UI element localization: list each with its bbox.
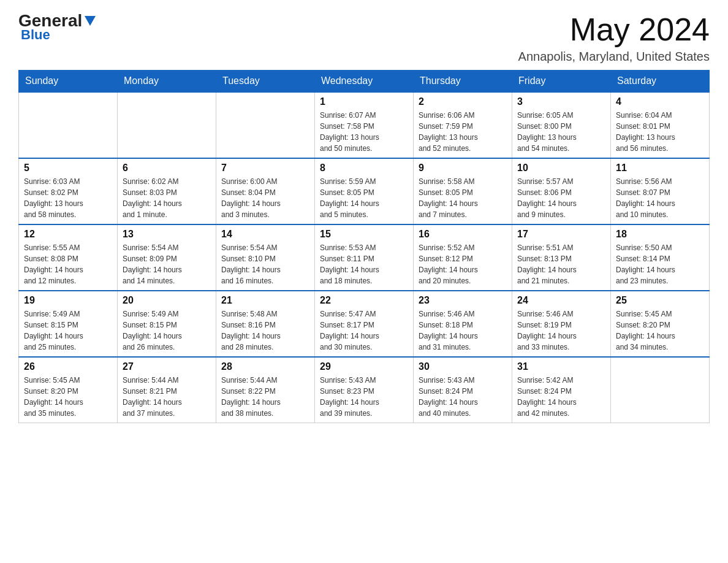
cell-week5-day5: 31Sunrise: 5:42 AM Sunset: 8:24 PM Dayli… (512, 357, 611, 423)
cell-week3-day1: 13Sunrise: 5:54 AM Sunset: 8:09 PM Dayli… (118, 224, 216, 291)
day-number: 2 (419, 96, 507, 107)
cell-week2-day2: 7Sunrise: 6:00 AM Sunset: 8:04 PM Daylig… (216, 158, 315, 224)
day-number: 8 (320, 163, 408, 174)
cell-week1-day3: 1Sunrise: 6:07 AM Sunset: 7:58 PM Daylig… (315, 92, 414, 158)
day-info: Sunrise: 6:00 AM Sunset: 8:04 PM Dayligh… (221, 176, 309, 220)
col-saturday: Saturday (611, 71, 710, 93)
cell-week1-day5: 3Sunrise: 6:05 AM Sunset: 8:00 PM Daylig… (512, 92, 611, 158)
day-number: 15 (320, 229, 408, 240)
day-info: Sunrise: 5:44 AM Sunset: 8:22 PM Dayligh… (221, 375, 309, 419)
cell-week2-day4: 9Sunrise: 5:58 AM Sunset: 8:05 PM Daylig… (414, 158, 512, 224)
week-row-3: 12Sunrise: 5:55 AM Sunset: 8:08 PM Dayli… (19, 224, 710, 291)
location-subtitle: Annapolis, Maryland, United States (518, 50, 710, 64)
day-number: 3 (517, 96, 605, 107)
cell-week5-day2: 28Sunrise: 5:44 AM Sunset: 8:22 PM Dayli… (216, 357, 315, 423)
day-number: 28 (221, 361, 309, 372)
day-number: 25 (616, 295, 704, 306)
day-number: 6 (123, 163, 211, 174)
day-info: Sunrise: 6:02 AM Sunset: 8:03 PM Dayligh… (123, 176, 211, 220)
logo-blue: Blue (21, 27, 50, 43)
day-number: 1 (320, 96, 408, 107)
day-info: Sunrise: 5:58 AM Sunset: 8:05 PM Dayligh… (419, 176, 507, 220)
cell-week2-day3: 8Sunrise: 5:59 AM Sunset: 8:05 PM Daylig… (315, 158, 414, 224)
day-info: Sunrise: 5:50 AM Sunset: 8:14 PM Dayligh… (616, 242, 704, 286)
day-info: Sunrise: 5:48 AM Sunset: 8:16 PM Dayligh… (221, 308, 309, 353)
cell-week1-day4: 2Sunrise: 6:06 AM Sunset: 7:59 PM Daylig… (414, 92, 512, 158)
cell-week4-day2: 21Sunrise: 5:48 AM Sunset: 8:16 PM Dayli… (216, 291, 315, 357)
cell-week3-day0: 12Sunrise: 5:55 AM Sunset: 8:08 PM Dayli… (19, 224, 118, 291)
day-info: Sunrise: 5:54 AM Sunset: 8:09 PM Dayligh… (123, 242, 211, 286)
cell-week5-day0: 26Sunrise: 5:45 AM Sunset: 8:20 PM Dayli… (19, 357, 118, 423)
day-info: Sunrise: 5:53 AM Sunset: 8:11 PM Dayligh… (320, 242, 408, 286)
day-number: 5 (24, 163, 112, 174)
day-info: Sunrise: 5:42 AM Sunset: 8:24 PM Dayligh… (517, 375, 605, 419)
cell-week5-day1: 27Sunrise: 5:44 AM Sunset: 8:21 PM Dayli… (118, 357, 216, 423)
calendar-table: Sunday Monday Tuesday Wednesday Thursday… (18, 70, 710, 423)
day-number: 10 (517, 163, 605, 174)
cell-week1-day2 (216, 92, 315, 158)
day-number: 19 (24, 295, 112, 306)
day-info: Sunrise: 6:04 AM Sunset: 8:01 PM Dayligh… (616, 110, 704, 154)
cell-week4-day4: 23Sunrise: 5:46 AM Sunset: 8:18 PM Dayli… (414, 291, 512, 357)
day-number: 14 (221, 229, 309, 240)
week-row-1: 1Sunrise: 6:07 AM Sunset: 7:58 PM Daylig… (19, 92, 710, 158)
day-info: Sunrise: 5:47 AM Sunset: 8:17 PM Dayligh… (320, 308, 408, 353)
day-info: Sunrise: 5:56 AM Sunset: 8:07 PM Dayligh… (616, 176, 704, 220)
day-number: 4 (616, 96, 704, 107)
week-row-2: 5Sunrise: 6:03 AM Sunset: 8:02 PM Daylig… (19, 158, 710, 224)
day-number: 13 (123, 229, 211, 240)
cell-week1-day6: 4Sunrise: 6:04 AM Sunset: 8:01 PM Daylig… (611, 92, 710, 158)
day-number: 30 (419, 361, 507, 372)
day-info: Sunrise: 5:44 AM Sunset: 8:21 PM Dayligh… (123, 375, 211, 419)
day-number: 18 (616, 229, 704, 240)
day-info: Sunrise: 6:05 AM Sunset: 8:00 PM Dayligh… (517, 110, 605, 154)
cell-week5-day6 (611, 357, 710, 423)
cell-week5-day4: 30Sunrise: 5:43 AM Sunset: 8:24 PM Dayli… (414, 357, 512, 423)
day-info: Sunrise: 5:46 AM Sunset: 8:19 PM Dayligh… (517, 308, 605, 353)
cell-week4-day6: 25Sunrise: 5:45 AM Sunset: 8:20 PM Dayli… (611, 291, 710, 357)
day-number: 7 (221, 163, 309, 174)
week-row-4: 19Sunrise: 5:49 AM Sunset: 8:15 PM Dayli… (19, 291, 710, 357)
day-info: Sunrise: 5:45 AM Sunset: 8:20 PM Dayligh… (616, 308, 704, 353)
day-number: 26 (24, 361, 112, 372)
day-number: 22 (320, 295, 408, 306)
logo-arrow-icon (83, 13, 97, 27)
cell-week1-day0 (19, 92, 118, 158)
day-info: Sunrise: 6:07 AM Sunset: 7:58 PM Dayligh… (320, 110, 408, 154)
day-info: Sunrise: 5:59 AM Sunset: 8:05 PM Dayligh… (320, 176, 408, 220)
page-header: General Blue May 2024 Annapolis, Marylan… (18, 12, 710, 64)
cell-week2-day6: 11Sunrise: 5:56 AM Sunset: 8:07 PM Dayli… (611, 158, 710, 224)
day-number: 12 (24, 229, 112, 240)
logo-area: General Blue (18, 12, 97, 43)
day-info: Sunrise: 5:55 AM Sunset: 8:08 PM Dayligh… (24, 242, 112, 286)
col-wednesday: Wednesday (315, 71, 414, 93)
day-number: 23 (419, 295, 507, 306)
day-info: Sunrise: 6:06 AM Sunset: 7:59 PM Dayligh… (419, 110, 507, 154)
day-number: 31 (517, 361, 605, 372)
day-info: Sunrise: 5:49 AM Sunset: 8:15 PM Dayligh… (24, 308, 112, 353)
day-info: Sunrise: 5:52 AM Sunset: 8:12 PM Dayligh… (419, 242, 507, 286)
cell-week1-day1 (118, 92, 216, 158)
day-number: 20 (123, 295, 211, 306)
cell-week3-day2: 14Sunrise: 5:54 AM Sunset: 8:10 PM Dayli… (216, 224, 315, 291)
cell-week3-day3: 15Sunrise: 5:53 AM Sunset: 8:11 PM Dayli… (315, 224, 414, 291)
day-number: 21 (221, 295, 309, 306)
cell-week2-day5: 10Sunrise: 5:57 AM Sunset: 8:06 PM Dayli… (512, 158, 611, 224)
cell-week3-day6: 18Sunrise: 5:50 AM Sunset: 8:14 PM Dayli… (611, 224, 710, 291)
col-sunday: Sunday (19, 71, 118, 93)
day-number: 11 (616, 163, 704, 174)
cell-week4-day1: 20Sunrise: 5:49 AM Sunset: 8:15 PM Dayli… (118, 291, 216, 357)
cell-week5-day3: 29Sunrise: 5:43 AM Sunset: 8:23 PM Dayli… (315, 357, 414, 423)
day-number: 9 (419, 163, 507, 174)
day-info: Sunrise: 6:03 AM Sunset: 8:02 PM Dayligh… (24, 176, 112, 220)
month-year-title: May 2024 (518, 12, 710, 47)
day-number: 27 (123, 361, 211, 372)
day-info: Sunrise: 5:57 AM Sunset: 8:06 PM Dayligh… (517, 176, 605, 220)
day-number: 29 (320, 361, 408, 372)
day-number: 17 (517, 229, 605, 240)
cell-week4-day0: 19Sunrise: 5:49 AM Sunset: 8:15 PM Dayli… (19, 291, 118, 357)
day-info: Sunrise: 5:43 AM Sunset: 8:24 PM Dayligh… (419, 375, 507, 419)
day-info: Sunrise: 5:45 AM Sunset: 8:20 PM Dayligh… (24, 375, 112, 419)
week-row-5: 26Sunrise: 5:45 AM Sunset: 8:20 PM Dayli… (19, 357, 710, 423)
cell-week2-day1: 6Sunrise: 6:02 AM Sunset: 8:03 PM Daylig… (118, 158, 216, 224)
